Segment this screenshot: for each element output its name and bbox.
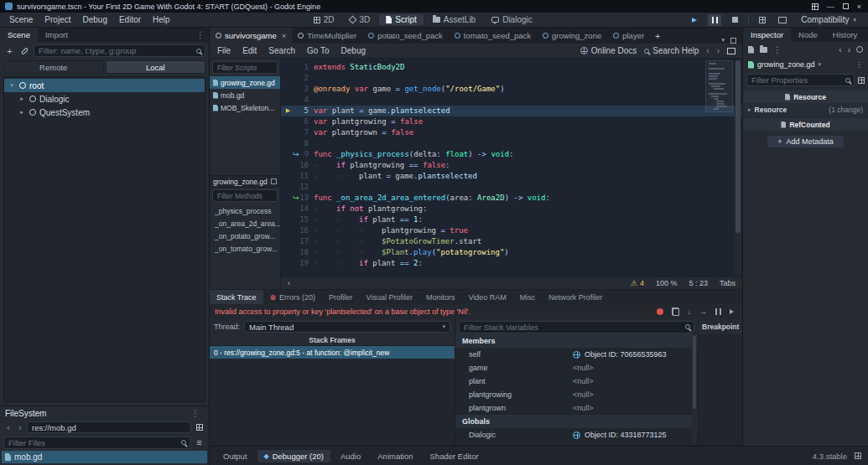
code-line-2[interactable]: 2 [281,73,742,84]
bottom-panel-shader-editor[interactable]: Shader Editor [424,450,486,462]
break-button[interactable] [715,308,721,315]
bottom-panel-debugger-20[interactable]: ◆Debugger (20) [257,450,330,462]
debugger-tab-stack-trace[interactable]: Stack Trace [210,290,263,304]
scene-tab-survivorsgame[interactable]: survivorsgame× [210,28,292,44]
remote-debug-button[interactable] [756,14,769,26]
filter-options-icon[interactable] [858,77,865,84]
script-menu-edit[interactable]: Edit [236,46,262,55]
workspace-2d[interactable]: 2D [307,14,341,25]
scene-filter-input[interactable] [34,44,205,57]
add-scene-tab-button[interactable]: + [650,28,665,44]
menu-debug[interactable]: Debug [76,15,112,24]
workspace-dialogic[interactable]: Dialogic [485,14,539,25]
expand-icon[interactable]: ▸ [18,109,26,116]
code-line-10[interactable]: 10»if plantgrowing == false: [281,160,742,171]
object-icon[interactable] [573,431,580,439]
menu-project[interactable]: Project [39,15,76,24]
inspector-tab-inspector[interactable]: Inspector [743,28,791,42]
filesystem-path[interactable]: res://mob.gd [27,421,191,433]
code-minimap[interactable] [709,63,730,111]
skip-breakpoints-button[interactable] [657,308,663,315]
scene-tab-tomato-seed-pack[interactable]: tomato_seed_pack [449,28,537,44]
expand-icon[interactable]: ▸ [18,96,26,102]
add-node-button[interactable]: + [3,44,16,57]
menu-help[interactable]: Help [147,15,176,24]
code-line-3[interactable]: 3@onready var game = get_node("/root/Gam… [281,84,742,95]
float-panel-icon[interactable] [727,48,735,54]
code-line-1[interactable]: 1extends StaticBody2D [281,62,742,73]
console-window-icon[interactable] [812,3,819,10]
filter-methods-input[interactable] [212,189,278,202]
close-window-button[interactable]: × [857,3,861,11]
tree-node-questsystem[interactable]: ▸QuestSystem [4,106,205,119]
file-filter-input[interactable] [3,437,190,449]
variable-row-plantgrowing[interactable]: plantgrowing<null> [455,388,698,401]
script-item-mob-gd[interactable]: mob.gd [210,89,280,101]
scroll-left-icon[interactable]: ‹ [288,279,290,287]
debugger-tab-visual-profiler[interactable]: Visual Profiler [360,290,419,304]
collapse-icon[interactable]: ▾ [8,82,16,89]
play-button[interactable] [688,14,701,26]
dock-tab-import[interactable]: Import [38,28,75,42]
code-scrollbar[interactable] [735,59,741,276]
code-line-19[interactable]: 19»»if plant == 2: [281,258,742,269]
dock-tab-scene[interactable]: Scene [0,28,38,42]
script-back-icon[interactable]: ‹ [706,46,709,55]
filter-scripts-input[interactable] [212,61,278,74]
method-item-on-area-2d-area[interactable]: _on_area_2d_area... [210,217,280,230]
debugger-tab-monitors[interactable]: Monitors [419,290,462,304]
code-line-13[interactable]: ↪13func _on_area_2d_area_entered(area: A… [281,193,742,204]
bottom-panel-animation[interactable]: Animation [371,450,419,462]
debugger-tab-misc[interactable]: Misc [513,290,543,304]
workspace-script[interactable]: Script [379,14,424,25]
bottom-panel-audio[interactable]: Audio [334,450,367,462]
continue-button[interactable] [730,309,734,314]
stack-frame[interactable]: 0 - res://growing_zone.gd:5 - at functio… [210,346,455,359]
code-line-11[interactable]: 11»»plant = game.plantselected [281,171,742,182]
script-item-mob-skeleton[interactable]: MOB_Skeleton... [210,101,280,114]
split-mode-button[interactable] [193,421,205,434]
step-over-button[interactable]: → [699,307,707,316]
add-metadata-button[interactable]: + Add Metadata [767,136,843,147]
inspector-menu-icon[interactable]: ⋮ [865,30,868,39]
search-help-button[interactable]: Search Help [644,46,699,55]
code-line-8[interactable]: 8 [281,138,742,149]
pause-button[interactable] [708,14,721,26]
code-line-9[interactable]: ↪9func _physics_process(delta: float) ->… [281,149,742,160]
code-line-17[interactable]: 17»»»$PotatoGrowTimer.start [281,236,742,247]
renderer-select[interactable]: Compatibility ▾ [796,14,861,25]
filesystem-menu-icon[interactable]: ⋮ [187,409,204,418]
variable-row-plant[interactable]: plant<null> [455,375,698,388]
filter-properties-input[interactable] [746,74,855,86]
scene-dock-menu-icon[interactable]: ⋮ [192,30,209,39]
file-item-mob-gd[interactable]: mob.gd [2,451,207,463]
variable-row-plantgrown[interactable]: plantgrown<null> [455,401,698,415]
script-menu-search[interactable]: Search [262,46,301,55]
zoom-level[interactable]: 100 % [656,279,678,287]
movie-maker-button[interactable] [776,14,789,26]
debugger-tab-errors-20[interactable]: ⊗Errors (20) [263,290,323,304]
edited-resource-row[interactable]: growing_zone.gd ▾ ⋮ [743,57,868,72]
code-line-7[interactable]: 7var plantgrown = false [281,127,742,138]
script-menu-debug[interactable]: Debug [335,46,372,55]
expand-editor-icon[interactable] [730,38,736,44]
code-line-5[interactable]: ▶5var plant = game.plantselected [281,106,742,116]
script-forward-icon[interactable]: › [717,46,720,55]
code-line-14[interactable]: 14»if not plantgrowing: [281,204,742,214]
object-icon[interactable] [573,351,580,359]
code-line-15[interactable]: 15»»if plant == 1: [281,214,742,225]
code-editor[interactable]: 1extends StaticBody2D23@onready var game… [281,59,742,276]
script-menu-go-to[interactable]: Go To [301,46,335,55]
resource-extra-icon[interactable]: ⋮ [773,45,782,54]
indent-mode[interactable]: Tabs [720,279,735,287]
script-item-growing-zone-gd[interactable]: growing_zone.gd [210,76,280,89]
inspector-tools-icon[interactable]: ⋮ [855,60,863,69]
inspector-tab-history[interactable]: History [825,28,865,42]
remote-button[interactable]: Remote [3,60,104,74]
debugger-tab-profiler[interactable]: Profiler [322,290,360,304]
code-line-16[interactable]: 16»»»plantgrowing = true [281,225,742,236]
tree-node-dialogic[interactable]: ▸Dialogic [4,92,205,106]
code-line-12[interactable]: 12 [281,182,742,193]
workspace-3d[interactable]: 3D [343,14,377,25]
scene-tab-potato-seed-pack[interactable]: potato_seed_pack [362,28,449,44]
